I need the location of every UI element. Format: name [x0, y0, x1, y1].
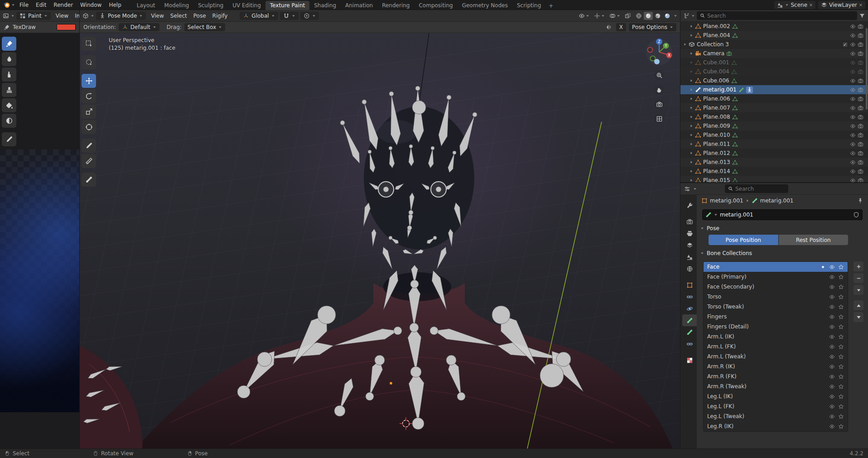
clone-brush-tool[interactable]	[2, 83, 16, 97]
pin-icon[interactable]	[857, 198, 863, 204]
eye-icon[interactable]	[829, 384, 835, 390]
shading-solid-button[interactable]	[644, 12, 653, 20]
bone-collection-name[interactable]: Arm.R (Tweak)	[707, 383, 747, 390]
pan-button[interactable]	[654, 85, 664, 95]
bone-collection-row[interactable]: Leg.L (IK)	[704, 391, 848, 401]
star-icon[interactable]	[838, 324, 844, 330]
outliner-scrollbar[interactable]	[866, 28, 868, 110]
editor-type-icon[interactable]	[82, 13, 89, 19]
viewport-canvas[interactable]: User Perspective (125) metarig.001 : fac…	[80, 33, 680, 448]
outliner-row[interactable]: Plane.010	[680, 130, 868, 140]
mirror-toggle[interactable]	[604, 23, 613, 31]
outliner-row[interactable]: Plane.004	[680, 31, 868, 40]
properties-tab-render[interactable]	[682, 216, 697, 227]
eye-icon[interactable]	[829, 314, 835, 320]
star-icon[interactable]	[838, 274, 844, 280]
rest-position-button[interactable]: Rest Position	[779, 235, 849, 245]
select-box-tool[interactable]	[82, 37, 96, 51]
star-icon[interactable]	[838, 344, 844, 350]
eye-icon[interactable]	[850, 105, 856, 111]
pose-tool[interactable]	[82, 173, 96, 187]
outliner-row[interactable]: Camera	[680, 49, 868, 58]
bone-collection-row[interactable]: Leg.L (Tweak)	[704, 411, 848, 421]
outliner-item-name[interactable]: Plane.012	[703, 150, 730, 156]
outliner-item-name[interactable]: Plane.011	[703, 141, 730, 147]
viewport-menu-rigify[interactable]: Rigify	[209, 12, 231, 20]
star-icon[interactable]	[838, 414, 844, 419]
mode-selector[interactable]: Pose Mode	[96, 12, 146, 20]
annotate-tool[interactable]	[82, 139, 96, 153]
outliner-row[interactable]: Plane.009	[680, 121, 868, 130]
eye-icon[interactable]	[850, 51, 856, 57]
eye-icon[interactable]	[850, 169, 856, 174]
eye-icon[interactable]	[850, 96, 856, 102]
soften-brush-tool[interactable]	[2, 52, 16, 66]
outliner-search-input[interactable]	[707, 13, 854, 19]
outliner-item-name[interactable]: Plane.004	[703, 32, 730, 39]
navigation-gizmo[interactable]: Z Y X	[645, 37, 674, 66]
properties-tab-scene[interactable]	[682, 251, 697, 263]
eye-icon[interactable]	[829, 324, 835, 330]
proportional-edit-toggle[interactable]	[300, 12, 319, 20]
snap-toggle[interactable]	[280, 12, 299, 20]
bone-collection-row[interactable]: Fingers	[704, 312, 848, 322]
viewport-menu-view[interactable]: View	[148, 12, 167, 20]
render-visibility-icon[interactable]	[858, 141, 863, 147]
eye-icon[interactable]	[850, 178, 856, 183]
properties-tab-texture[interactable]	[682, 354, 697, 366]
bone-collection-row[interactable]: Face (Primary)	[704, 272, 848, 282]
bone-collection-name[interactable]: Arm.L (Tweak)	[707, 353, 746, 360]
star-icon[interactable]	[838, 354, 844, 360]
expand-icon[interactable]	[690, 124, 693, 128]
outliner-item-name[interactable]: Camera	[703, 50, 724, 57]
bone-collection-name[interactable]: Arm.L (FK)	[707, 343, 736, 350]
editor-type-icon[interactable]	[684, 186, 690, 192]
render-visibility-icon[interactable]	[858, 178, 863, 183]
bone-collections-panel-header[interactable]: Bone Collections	[700, 248, 866, 259]
star-icon[interactable]	[838, 424, 844, 429]
star-icon[interactable]	[838, 314, 844, 320]
outliner-row[interactable]: Plane.012	[680, 149, 868, 158]
breadcrumb-object[interactable]: metarig.001	[710, 198, 743, 204]
outliner-item-name[interactable]: Cube.001	[703, 59, 729, 66]
expand-icon[interactable]	[690, 70, 693, 73]
move-tool[interactable]	[82, 74, 96, 88]
eye-icon[interactable]	[850, 78, 856, 84]
outliner-row[interactable]: Cube.006	[680, 76, 868, 85]
properties-tab-bone-constraints[interactable]	[682, 338, 697, 350]
outliner-item-name[interactable]: Plane.015	[703, 177, 730, 182]
solo-dot-icon[interactable]	[820, 264, 826, 270]
bone-collection-row[interactable]: Arm.L (FK)	[704, 342, 848, 352]
outliner-item-name[interactable]: Cube.004	[703, 68, 729, 75]
eye-icon[interactable]	[829, 334, 835, 340]
menu-window[interactable]: Window	[77, 1, 105, 9]
bone-collection-name[interactable]: Fingers	[707, 313, 727, 320]
armature-name-field[interactable]	[702, 209, 863, 220]
chevron-down-icon[interactable]	[11, 14, 14, 18]
star-icon[interactable]	[838, 364, 844, 370]
eye-icon[interactable]	[850, 87, 856, 93]
render-visibility-icon[interactable]	[858, 114, 863, 120]
properties-tab-bone[interactable]	[682, 326, 697, 338]
measure-tool[interactable]	[82, 154, 96, 168]
transform-tool[interactable]	[82, 120, 96, 134]
outliner-item-name[interactable]: metarig.001	[703, 87, 737, 93]
menu-help[interactable]: Help	[105, 1, 125, 9]
workspace-tab-scripting[interactable]: Scripting	[512, 1, 545, 10]
expand-icon[interactable]	[690, 61, 693, 64]
viewlayer-name[interactable]: ViewLayer	[829, 2, 857, 8]
workspace-tab-compositing[interactable]: Compositing	[414, 1, 457, 10]
shading-rendered-button[interactable]	[663, 12, 672, 20]
eye-icon[interactable]	[829, 394, 835, 400]
eye-icon[interactable]	[850, 42, 856, 48]
expand-icon[interactable]	[690, 34, 693, 37]
eye-icon[interactable]	[850, 114, 856, 120]
properties-search-input[interactable]	[735, 186, 785, 192]
eye-icon[interactable]	[850, 24, 856, 29]
outliner-item-name[interactable]: Plane.002	[703, 23, 730, 29]
bone-collection-row[interactable]: Face	[704, 262, 848, 272]
mirror-x-button[interactable]: X	[616, 23, 626, 31]
outliner-row[interactable]: Cube.001	[680, 58, 868, 67]
eye-icon[interactable]	[850, 69, 856, 75]
outliner-item-name[interactable]: Cube.006	[703, 77, 729, 84]
